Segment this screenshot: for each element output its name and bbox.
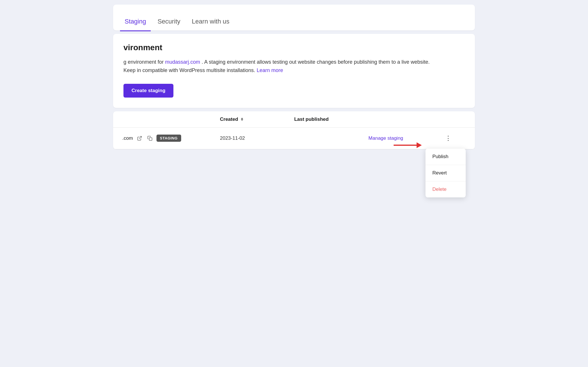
site-cell: .com STAGING [122,135,220,142]
col-last-published: Last published [294,116,369,122]
site-link[interactable]: mudassarj.com [165,59,200,65]
svg-rect-1 [149,137,152,140]
dropdown-menu: Publish Revert Delete [425,149,466,197]
col-created: Created [220,116,294,122]
sort-created-icon[interactable] [241,118,243,121]
svg-line-0 [139,136,141,139]
col-more [443,116,466,122]
tab-learn[interactable]: Learn with us [187,18,234,31]
tab-card: Staging Security Learn with us [113,5,475,30]
table-header: Created Last published [113,111,475,128]
site-name: .com [122,135,133,141]
learn-more-link[interactable]: Learn more [257,67,283,73]
copy-icon[interactable] [146,135,154,142]
table-card: Created Last published .com [113,111,475,149]
created-date: 2023-11-02 [220,135,294,141]
col-site [122,116,220,122]
publish-button[interactable]: Publish [425,149,466,165]
col-actions [368,116,443,122]
arrow-head [417,142,422,148]
revert-button[interactable]: Revert [425,165,466,181]
tab-security[interactable]: Security [153,18,185,31]
more-options-button[interactable]: ⋮ [443,133,454,143]
info-title: vironment [123,43,465,52]
manage-cell: Manage staging [368,135,443,141]
create-staging-button[interactable]: Create staging [123,84,173,98]
info-description: g environment for mudassarj.com . A stag… [123,58,439,75]
staging-badge: STAGING [156,135,181,142]
external-link-icon[interactable] [136,135,143,142]
arrow-line [394,145,417,146]
description-prefix: g environment for [123,59,165,65]
manage-staging-link[interactable]: Manage staging [368,135,403,141]
more-cell: ⋮ [443,133,466,143]
page-wrapper: Staging Security Learn with us vironment… [113,5,475,149]
tab-staging[interactable]: Staging [120,18,151,31]
info-card: vironment g environment for mudassarj.co… [113,34,475,108]
delete-button[interactable]: Delete [425,181,466,197]
arrow-annotation [394,142,422,148]
